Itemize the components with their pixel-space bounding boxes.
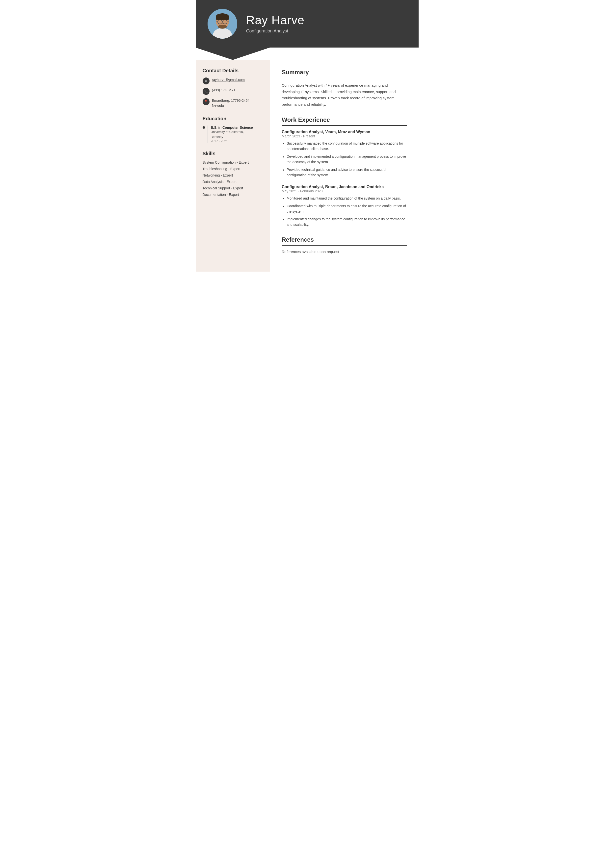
- address-text: Emardberg, 17796-2454, Nevada: [212, 98, 251, 108]
- svg-rect-4: [216, 16, 229, 20]
- education-section-title: Education: [203, 116, 263, 122]
- skills-section: Skills System Configuration - ExpertTrou…: [203, 151, 263, 197]
- edu-bullet: [203, 126, 205, 129]
- sidebar: Contact Details ✉ rayharve@gmail.com 📞 (…: [196, 60, 270, 271]
- references-title: References: [282, 236, 407, 246]
- skills-section-title: Skills: [203, 151, 263, 157]
- triangle-decoration: [196, 48, 418, 60]
- main-layout: Contact Details ✉ rayharve@gmail.com 📞 (…: [196, 60, 418, 271]
- job-bullets: Successfully managed the configuration o…: [282, 141, 407, 178]
- phone-icon: 📞: [203, 88, 210, 95]
- edu-years: 2017 - 2021: [211, 139, 253, 143]
- svg-point-11: [221, 23, 224, 24]
- email-icon: ✉: [203, 78, 210, 84]
- skill-item: System Configuration - Expert: [203, 160, 263, 164]
- triangle-spacer: [270, 48, 418, 60]
- svg-point-10: [218, 25, 227, 29]
- jobs-list: Configuration Analyst, Veum, Mraz and Wy…: [282, 130, 407, 227]
- references-section: References References available upon req…: [282, 236, 407, 254]
- job-date: May 2021 - February 2023: [282, 189, 407, 193]
- avatar: [208, 9, 237, 39]
- job-bullet-item: Monitored and maintained the configurati…: [282, 195, 407, 201]
- job-bullet-item: Implemented changes to the system config…: [282, 216, 407, 228]
- edu-school: University of California, Berkeley: [211, 130, 253, 139]
- job-item: Configuration Analyst, Braun, Jacobson a…: [282, 185, 407, 227]
- skills-list: System Configuration - ExpertTroubleshoo…: [203, 160, 263, 197]
- email-text: rayharve@gmail.com: [212, 78, 245, 82]
- job-item: Configuration Analyst, Veum, Mraz and Wy…: [282, 130, 407, 178]
- email-link[interactable]: rayharve@gmail.com: [212, 78, 245, 82]
- summary-section: Summary Configuration Analyst with 4+ ye…: [282, 69, 407, 107]
- contact-section: Contact Details ✉ rayharve@gmail.com 📞 (…: [203, 68, 263, 108]
- skill-item: Documentation - Expert: [203, 192, 263, 197]
- candidate-name: Ray Harve: [246, 14, 305, 27]
- skill-item: Networking - Expert: [203, 173, 263, 177]
- job-date: March 2023 - Present: [282, 134, 407, 138]
- main-content: Summary Configuration Analyst with 4+ ye…: [270, 60, 418, 271]
- skill-item: Troubleshooting - Expert: [203, 167, 263, 171]
- contact-phone-item: 📞 (439) 174 3471: [203, 88, 263, 95]
- contact-section-title: Contact Details: [203, 68, 263, 73]
- work-experience-section: Work Experience Configuration Analyst, V…: [282, 116, 407, 227]
- edu-degree: B.S. in Computer Science: [211, 126, 253, 130]
- education-section: Education B.S. in Computer Science Unive…: [203, 116, 263, 143]
- summary-text: Configuration Analyst with 4+ years of e…: [282, 82, 407, 107]
- summary-title: Summary: [282, 69, 407, 78]
- contact-address-item: 📍 Emardberg, 17796-2454, Nevada: [203, 98, 263, 108]
- education-item: B.S. in Computer Science University of C…: [203, 126, 263, 143]
- skill-item: Technical Support - Expert: [203, 186, 263, 190]
- references-text: References available upon request: [282, 250, 407, 254]
- header-info: Ray Harve Configuration Analyst: [246, 14, 305, 34]
- job-bullet-item: Developed and implemented a configuratio…: [282, 154, 407, 165]
- avatar-container: [208, 9, 237, 39]
- work-experience-title: Work Experience: [282, 116, 407, 126]
- skill-item: Data Analysis - Expert: [203, 180, 263, 184]
- edu-content: B.S. in Computer Science University of C…: [208, 126, 253, 143]
- phone-text: (439) 174 3471: [212, 88, 236, 93]
- job-title: Configuration Analyst, Braun, Jacobson a…: [282, 185, 407, 189]
- location-icon: 📍: [203, 98, 210, 105]
- job-bullet-item: Successfully managed the configuration o…: [282, 141, 407, 152]
- resume-header: Ray Harve Configuration Analyst: [196, 0, 418, 48]
- job-bullet-item: Coordinated with multiple departments to…: [282, 203, 407, 214]
- job-bullet-item: Provided technical guidance and advice t…: [282, 167, 407, 178]
- job-title: Configuration Analyst, Veum, Mraz and Wy…: [282, 130, 407, 134]
- job-bullets: Monitored and maintained the configurati…: [282, 195, 407, 227]
- contact-email-item: ✉ rayharve@gmail.com: [203, 78, 263, 84]
- triangle-left: [196, 48, 270, 60]
- candidate-title: Configuration Analyst: [246, 28, 305, 34]
